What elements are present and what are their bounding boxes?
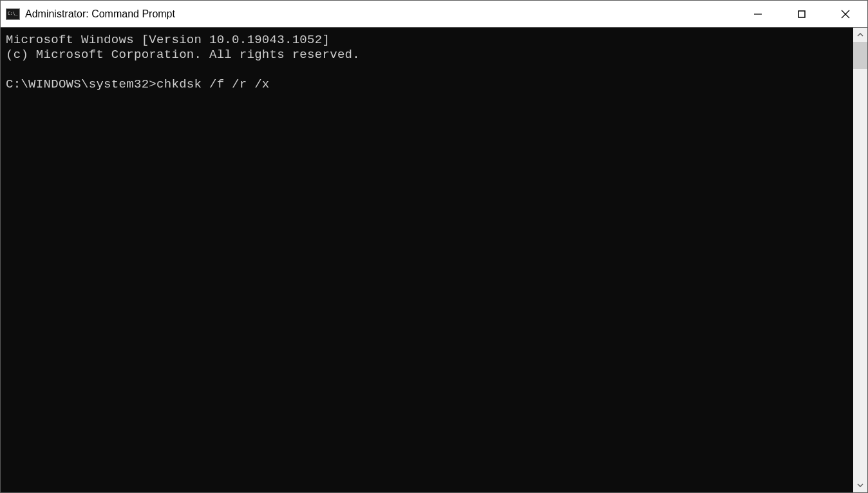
window-title: Administrator: Command Prompt: [25, 8, 175, 20]
terminal-content[interactable]: Microsoft Windows [Version 10.0.19043.10…: [1, 28, 853, 492]
svg-rect-1: [798, 11, 805, 17]
scrollbar-track[interactable]: [853, 42, 867, 478]
maximize-icon: [797, 10, 806, 19]
terminal-area: Microsoft Windows [Version 10.0.19043.10…: [1, 28, 867, 492]
chevron-down-icon: [857, 482, 863, 488]
minimize-icon: [753, 10, 762, 19]
window-controls: [736, 1, 867, 27]
close-button[interactable]: [824, 1, 867, 27]
titlebar[interactable]: Administrator: Command Prompt: [1, 1, 867, 28]
titlebar-left: Administrator: Command Prompt: [1, 8, 736, 20]
vertical-scrollbar[interactable]: [853, 28, 867, 492]
cmd-icon: [6, 8, 20, 20]
scrollbar-up-button[interactable]: [853, 28, 867, 42]
chevron-up-icon: [857, 32, 863, 38]
terminal-line-copyright: (c) Microsoft Corporation. All rights re…: [6, 48, 360, 62]
terminal-prompt: C:\WINDOWS\system32>: [6, 77, 156, 91]
minimize-button[interactable]: [736, 1, 780, 27]
terminal-line-version: Microsoft Windows [Version 10.0.19043.10…: [6, 33, 330, 47]
maximize-button[interactable]: [780, 1, 824, 27]
command-prompt-window: Administrator: Command Prompt Micr: [0, 0, 868, 493]
close-icon: [841, 10, 850, 19]
terminal-command: chkdsk /f /r /x: [156, 77, 270, 91]
scrollbar-thumb[interactable]: [853, 42, 867, 69]
scrollbar-down-button[interactable]: [853, 478, 867, 492]
